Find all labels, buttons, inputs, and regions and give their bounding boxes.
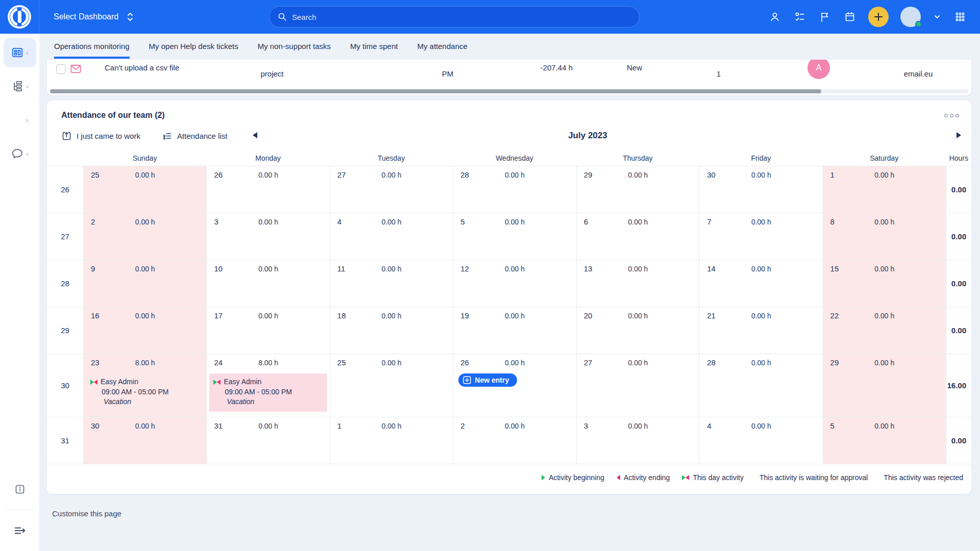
panel-menu-icon[interactable] — [942, 112, 961, 119]
activity-marker-icon — [682, 475, 689, 480]
day-cell[interactable]: 220.00 h — [823, 307, 946, 354]
tab-my-open-help-desk-tickets[interactable]: My open Help desk tickets — [149, 42, 238, 57]
customise-page-link[interactable]: Customise this page — [52, 509, 121, 518]
day-cell[interactable]: 130.00 h — [576, 260, 699, 307]
day-cell[interactable]: 250.00 h — [83, 166, 206, 213]
attendance-entry[interactable]: Easy Admin09:00 AM - 05:00 PMVacation — [86, 373, 204, 412]
day-cell[interactable]: 300.00 h — [83, 417, 206, 464]
new-entry-button[interactable]: New entry — [458, 373, 517, 387]
day-cell[interactable]: 170.00 h — [206, 307, 329, 354]
dashboard-selector[interactable]: Select Dashboard — [54, 12, 135, 22]
add-button[interactable] — [868, 7, 889, 27]
day-number: 6 — [584, 217, 588, 226]
sidebar-collapse-toggle[interactable] — [4, 517, 36, 544]
came-to-work-button[interactable]: I just came to work — [61, 131, 140, 141]
assignee-avatar[interactable]: A — [807, 60, 830, 79]
day-cell[interactable]: 70.00 h — [699, 213, 822, 260]
apps-grid-icon[interactable] — [953, 10, 967, 23]
day-cell[interactable]: 160.00 h — [83, 307, 206, 354]
day-cell[interactable]: 250.00 h — [330, 354, 453, 417]
week-number: 31 — [47, 417, 83, 464]
tab-my-attendance[interactable]: My attendance — [417, 42, 467, 57]
previous-month-button[interactable] — [253, 131, 257, 140]
day-cell[interactable]: 20.00 h — [453, 417, 576, 464]
search-input[interactable] — [292, 13, 631, 21]
day-cell[interactable]: 50.00 h — [453, 213, 576, 260]
day-cell[interactable]: 260.00 h — [206, 166, 329, 213]
calendar-icon[interactable] — [843, 10, 856, 23]
sidebar-item-dashboard[interactable]: › — [4, 38, 36, 67]
day-number: 25 — [91, 170, 100, 179]
day-header-tuesday: Tuesday — [330, 154, 453, 162]
day-cell[interactable]: 300.00 h — [699, 166, 822, 213]
day-cell[interactable]: 60.00 h — [576, 213, 699, 260]
sidebar-item-more[interactable]: › — [4, 105, 36, 135]
day-cell[interactable]: 270.00 h — [330, 166, 453, 213]
day-number: 20 — [584, 311, 593, 320]
avatar[interactable] — [900, 7, 921, 27]
task-title-link[interactable]: Can't upload a csv file — [105, 63, 179, 72]
day-cell[interactable]: 210.00 h — [699, 307, 822, 354]
day-cell[interactable]: 80.00 h — [823, 213, 946, 260]
day-cell[interactable]: 290.00 h — [823, 354, 946, 417]
day-cell[interactable]: 140.00 h — [699, 260, 822, 307]
attendance-list-button[interactable]: Attendance list — [162, 131, 227, 141]
day-cell[interactable]: 10.00 h — [330, 417, 453, 464]
day-cell[interactable]: 100.00 h — [206, 260, 329, 307]
tab-operations-monitoring[interactable]: Operations monitoring — [54, 42, 130, 59]
flag-icon[interactable] — [818, 10, 831, 23]
tab-my-non-support-tasks[interactable]: My non-support tasks — [258, 42, 331, 57]
day-cell[interactable]: 90.00 h — [83, 260, 206, 307]
day-number: 21 — [707, 311, 716, 320]
user-icon[interactable] — [768, 10, 781, 23]
day-cell[interactable]: 180.00 h — [330, 307, 453, 354]
day-number: 27 — [337, 170, 346, 179]
week-total-hours: 0.00 — [946, 260, 971, 307]
info-icon — [14, 483, 26, 495]
day-cell[interactable]: 10.00 h — [823, 166, 946, 213]
day-cell[interactable]: 50.00 h — [823, 417, 946, 464]
day-cell[interactable]: 190.00 h — [453, 307, 576, 354]
day-cell[interactable]: 248.00 hEasy Admin09:00 AM - 05:00 PMVac… — [206, 354, 329, 417]
search-bar[interactable] — [269, 6, 640, 28]
calendar-legend: Activity beginningActivity endingThis da… — [47, 464, 971, 493]
horizontal-scrollbar-thumb[interactable] — [50, 89, 821, 93]
day-number: 23 — [91, 358, 100, 367]
day-cell[interactable]: 270.00 h — [576, 354, 699, 417]
app-logo[interactable] — [0, 0, 39, 34]
day-cell[interactable]: 280.00 h — [699, 354, 822, 417]
day-cell[interactable]: 280.00 h — [453, 166, 576, 213]
sidebar-item-info[interactable] — [4, 476, 36, 503]
day-hours: 0.00 h — [382, 171, 402, 179]
day-cell[interactable]: 290.00 h — [576, 166, 699, 213]
legend-item-waiting: This activity is waiting for approval — [756, 473, 868, 482]
dashboard-tabs: Operations monitoringMy open Help desk t… — [39, 34, 980, 60]
day-hours: 0.00 h — [628, 171, 648, 179]
day-cell[interactable]: 120.00 h — [453, 260, 576, 307]
day-cell[interactable]: 20.00 h — [83, 213, 206, 260]
next-month-button[interactable] — [957, 131, 961, 140]
day-hours: 0.00 h — [135, 422, 155, 430]
day-cell[interactable]: 110.00 h — [330, 260, 453, 307]
sidebar-item-projects-tree[interactable]: › — [4, 71, 36, 101]
tab-my-time-spent[interactable]: My time spent — [350, 42, 398, 57]
sort-chevrons-icon — [126, 12, 135, 22]
day-hours: 0.00 h — [751, 171, 771, 179]
day-cell[interactable]: 40.00 h — [330, 213, 453, 260]
chevron-down-icon[interactable] — [933, 10, 942, 23]
day-cell[interactable]: 30.00 h — [576, 417, 699, 464]
day-cell[interactable]: 30.00 h — [206, 213, 329, 260]
day-cell[interactable]: 238.00 hEasy Admin09:00 AM - 05:00 PMVac… — [83, 354, 206, 417]
row-checkbox[interactable] — [56, 64, 66, 74]
day-hours: 0.00 h — [628, 359, 648, 367]
day-number: 29 — [584, 170, 593, 179]
day-cell[interactable]: 150.00 h — [823, 260, 946, 307]
sidebar-item-chat[interactable]: › — [4, 139, 36, 168]
day-cell[interactable]: 40.00 h — [699, 417, 822, 464]
attendance-entry[interactable]: Easy Admin09:00 AM - 05:00 PMVacation — [209, 373, 327, 412]
day-cell[interactable]: 260.00 hNew entry — [453, 354, 576, 417]
day-cell[interactable]: 200.00 h — [576, 307, 699, 354]
tasks-checklist-icon[interactable] — [793, 10, 806, 23]
day-number: 12 — [460, 264, 469, 273]
day-cell[interactable]: 310.00 h — [206, 417, 329, 464]
